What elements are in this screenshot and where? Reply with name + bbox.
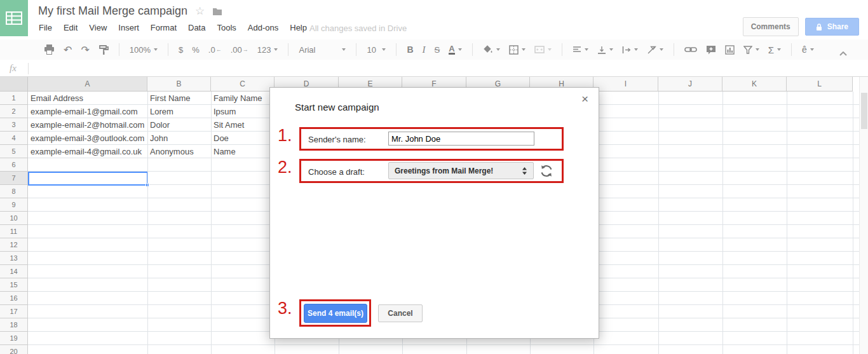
undo-button[interactable]: ↶ (59, 41, 76, 58)
cell-A5[interactable]: example-email-4@gmail.co.uk (31, 145, 142, 158)
menu-item[interactable]: Tools (211, 21, 241, 34)
star-icon[interactable]: ☆ (195, 6, 205, 17)
filter-button[interactable] (739, 41, 764, 58)
selected-cell-A7[interactable] (28, 172, 148, 186)
sender-name-input[interactable] (388, 132, 534, 146)
row-header-20[interactable]: 20 (0, 345, 28, 354)
row-header-14[interactable]: 14 (0, 265, 28, 278)
row-header-6[interactable]: 6 (0, 158, 28, 172)
row-header-17[interactable]: 17 (0, 305, 28, 318)
row-header-4[interactable]: 4 (0, 132, 28, 145)
format-currency-button[interactable]: $ (174, 41, 187, 58)
document-title[interactable]: My first Mail Merge campaign (38, 4, 187, 18)
column-header-A[interactable]: A (28, 77, 147, 92)
collapse-toolbar-button[interactable] (839, 47, 847, 58)
close-icon[interactable]: × (581, 93, 588, 105)
redo-button[interactable]: ↷ (76, 41, 93, 58)
scrollbar-thumb[interactable] (861, 93, 867, 129)
insert-chart-button[interactable] (721, 41, 739, 58)
increase-decimal-button[interactable]: .00→ (226, 41, 253, 58)
more-formats-select[interactable]: 123 (253, 41, 283, 58)
horizontal-align-button[interactable] (568, 41, 593, 58)
cell-A2[interactable]: example-email-1@gmail.com (31, 105, 138, 118)
cell-B2[interactable]: Lorem (150, 105, 173, 118)
cell-B1[interactable]: First Name (150, 92, 191, 105)
row-header-15[interactable]: 15 (0, 278, 28, 292)
formula-input[interactable] (33, 62, 827, 75)
format-percent-button[interactable]: % (187, 41, 204, 58)
column-header-L[interactable]: L (787, 77, 853, 92)
cell-C5[interactable]: Name (214, 145, 236, 158)
row-header-12[interactable]: 12 (0, 238, 28, 252)
menu-item[interactable]: File (33, 21, 58, 34)
menu-item[interactable]: Help (284, 21, 313, 34)
column-header-K[interactable]: K (722, 77, 787, 92)
chevron-down-icon (756, 48, 759, 51)
cell-A4[interactable]: example-email-3@outlook.com (31, 132, 144, 145)
row-header-18[interactable]: 18 (0, 318, 28, 332)
font-family-select[interactable]: Arial (294, 41, 350, 58)
insert-link-button[interactable] (680, 41, 702, 58)
menu-item[interactable]: Edit (58, 21, 83, 34)
print-icon (44, 44, 55, 55)
row-header-5[interactable]: 5 (0, 145, 28, 158)
row-header-8[interactable]: 8 (0, 185, 28, 198)
send-emails-button[interactable]: Send 4 email(s) (304, 304, 367, 323)
borders-button[interactable] (505, 41, 530, 58)
comments-button[interactable]: Comments (743, 17, 799, 36)
fill-color-button[interactable] (478, 41, 505, 58)
row-header-11[interactable]: 11 (0, 225, 28, 238)
draft-select[interactable]: Greetings from Mail Merge! (388, 162, 534, 179)
row-header-19[interactable]: 19 (0, 332, 28, 345)
cell-B3[interactable]: Dolor (150, 118, 170, 132)
menu-item[interactable]: Insert (112, 21, 145, 34)
row-header-10[interactable]: 10 (0, 212, 28, 225)
row-header-16[interactable]: 16 (0, 292, 28, 305)
vertical-align-button[interactable] (593, 41, 618, 58)
cell-A1[interactable]: Email Address (31, 92, 83, 105)
paint-format-button[interactable] (94, 41, 113, 58)
folder-icon[interactable] (212, 8, 222, 15)
menu-item[interactable]: Add-ons (242, 21, 284, 34)
menu-item[interactable]: View (83, 21, 112, 34)
text-rotation-button[interactable] (642, 41, 668, 58)
functions-button[interactable]: Σ (764, 41, 785, 58)
text-color-button[interactable]: A (444, 41, 466, 58)
cell-B4[interactable]: John (150, 132, 168, 145)
share-button[interactable]: Share (805, 18, 859, 36)
cell-C2[interactable]: Ipsum (214, 105, 236, 118)
refresh-drafts-button[interactable] (539, 164, 553, 178)
merge-cells-button[interactable] (530, 41, 556, 58)
column-header-I[interactable]: I (593, 77, 658, 92)
row-header-1[interactable]: 1 (0, 92, 28, 105)
menu-item[interactable]: Data (182, 21, 211, 34)
column-header-C[interactable]: C (211, 77, 275, 92)
zoom-select[interactable]: 100% (125, 41, 162, 58)
vertical-scrollbar[interactable] (859, 77, 868, 354)
row-header-13[interactable]: 13 (0, 252, 28, 265)
menu-item[interactable]: Format (145, 21, 182, 34)
row-header-2[interactable]: 2 (0, 105, 28, 118)
font-size-select[interactable]: 10 (362, 41, 390, 58)
sheets-logo[interactable] (0, 0, 28, 36)
row-header-3[interactable]: 3 (0, 118, 28, 132)
bold-button[interactable]: B (402, 41, 417, 58)
chevron-down-icon (154, 48, 158, 51)
text-wrap-button[interactable] (618, 41, 642, 58)
column-header-J[interactable]: J (658, 77, 722, 92)
row-header-9[interactable]: 9 (0, 198, 28, 212)
cell-C1[interactable]: Family Name (214, 92, 262, 105)
cell-C3[interactable]: Sit Amet (214, 118, 244, 132)
cell-C4[interactable]: Doe (214, 132, 229, 145)
strikethrough-button[interactable]: S (430, 41, 445, 58)
cell-A3[interactable]: example-email-2@hotmail.com (31, 118, 144, 132)
italic-button[interactable]: I (418, 41, 430, 58)
input-tools-button[interactable]: ê (797, 41, 818, 58)
decrease-decimal-button[interactable]: .0← (204, 41, 226, 58)
column-header-B[interactable]: B (147, 77, 211, 92)
print-button[interactable] (39, 41, 59, 58)
row-header-7[interactable]: 7 (0, 172, 28, 185)
cancel-button[interactable]: Cancel (378, 304, 423, 322)
insert-comment-button[interactable] (702, 41, 721, 58)
cell-B5[interactable]: Anonymous (150, 145, 194, 158)
